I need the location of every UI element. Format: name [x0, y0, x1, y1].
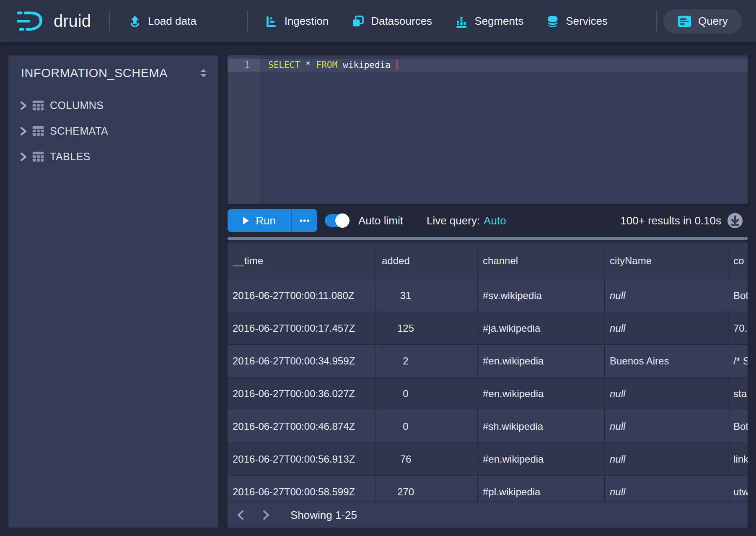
- run-more-button[interactable]: •••: [291, 209, 317, 232]
- table-cell[interactable]: Bot: [728, 410, 748, 442]
- editor-gutter: [228, 55, 260, 204]
- auto-limit-toggle[interactable]: [325, 214, 349, 227]
- column-header-added[interactable]: added: [376, 242, 478, 279]
- table-cell[interactable]: #en.wikipedia: [478, 443, 605, 475]
- table-cell[interactable]: 2016-06-27T00:00:46.874Z: [228, 410, 376, 442]
- sql-keyword: SELECT: [268, 60, 300, 70]
- table-cell[interactable]: null: [605, 312, 728, 344]
- table-cell[interactable]: #sv.wikipedia: [478, 279, 605, 312]
- query-icon: [678, 16, 691, 27]
- table-row: 2016-06-27T00:00:46.874Z0#sh.wikipedianu…: [228, 410, 748, 443]
- sql-star: *: [306, 60, 311, 70]
- nav-item-services[interactable]: Services: [546, 15, 608, 28]
- sql-keyword: FROM: [316, 60, 338, 70]
- double-caret-vertical-icon[interactable]: [200, 68, 207, 78]
- table-cell[interactable]: 2016-06-27T00:00:36.027Z: [228, 377, 376, 410]
- results-horizontal-scrollbar[interactable]: [228, 237, 748, 240]
- table-cell[interactable]: #sh.wikipedia: [478, 410, 605, 442]
- table-cell[interactable]: null: [605, 377, 728, 410]
- table-icon: [32, 151, 44, 162]
- ingestion-icon: [265, 15, 278, 28]
- nav-item-ingestion[interactable]: Ingestion: [265, 15, 329, 28]
- table-cell[interactable]: Bot: [728, 279, 748, 312]
- table-cell[interactable]: 2: [376, 345, 478, 377]
- nav-item-load-data[interactable]: Load data: [129, 15, 197, 28]
- nav-item-label: Query: [698, 15, 728, 28]
- nav-divider: [109, 10, 110, 33]
- column-header-comment[interactable]: co: [728, 242, 748, 279]
- table-row: 2016-06-27T00:00:17.457Z125#ja.wikipedia…: [228, 312, 748, 345]
- table-cell[interactable]: #en.wikipedia: [478, 377, 605, 410]
- table-cell[interactable]: 0: [376, 410, 478, 442]
- results-header-row: __time added channel cityName co: [228, 242, 748, 279]
- chevron-right-icon[interactable]: [19, 152, 27, 161]
- table-cell[interactable]: 125: [376, 312, 478, 344]
- table-cell[interactable]: #en.wikipedia: [478, 345, 605, 377]
- table-row: 2016-06-27T00:00:36.027Z0#en.wikipedianu…: [228, 377, 748, 410]
- table-cell[interactable]: 2016-06-27T00:00:17.457Z: [228, 312, 376, 344]
- results-table: __time added channel cityName co 2016-06…: [228, 242, 748, 528]
- table-cell[interactable]: 2016-06-27T00:00:56.913Z: [228, 443, 376, 475]
- nav-item-segments[interactable]: Segments: [455, 15, 523, 28]
- table-row: 2016-06-27T00:00:56.913Z76#en.wikipedian…: [228, 443, 748, 476]
- previous-page-icon[interactable]: [233, 508, 248, 522]
- tree-item-tables[interactable]: TABLES: [8, 144, 218, 169]
- query-workbench: 1 SELECT*FROMwikipedia Run ••• Auto limi…: [228, 55, 748, 528]
- table-cell[interactable]: #ja.wikipedia: [478, 312, 605, 344]
- tree-item-schemata[interactable]: SCHEMATA: [8, 118, 218, 144]
- next-page-icon[interactable]: [259, 508, 273, 522]
- results-body: 2016-06-27T00:00:11.080Z31#sv.wikipedian…: [228, 279, 748, 508]
- nav-item-label: Datasources: [371, 15, 432, 28]
- schema-tree: COLUMNS SCHEMATA: [8, 93, 218, 169]
- druid-logo[interactable]: druid: [17, 9, 91, 34]
- column-header-cityname[interactable]: cityName: [605, 242, 728, 279]
- table-cell[interactable]: null: [605, 410, 728, 442]
- tree-item-label: TABLES: [50, 151, 91, 163]
- more-icon: •••: [299, 216, 310, 226]
- sql-editor[interactable]: 1 SELECT*FROMwikipedia: [228, 55, 748, 204]
- table-cell[interactable]: 2016-06-27T00:00:34.959Z: [228, 345, 376, 377]
- live-query-label: Live query:: [427, 214, 480, 227]
- results-pagination: Showing 1-25: [228, 502, 748, 528]
- nav-item-label: Services: [566, 15, 608, 28]
- sql-code-line[interactable]: SELECT*FROMwikipedia: [268, 59, 398, 72]
- chevron-right-icon[interactable]: [19, 101, 27, 110]
- table-cell[interactable]: 76: [376, 443, 478, 475]
- play-icon: [243, 217, 249, 224]
- top-nav: druid Load data Ingestion: [0, 0, 756, 42]
- column-header-channel[interactable]: channel: [478, 242, 605, 279]
- services-icon: [546, 15, 559, 28]
- schema-selector-label[interactable]: INFORMATION_SCHEMA: [21, 66, 168, 80]
- table-cell[interactable]: link: [728, 443, 748, 475]
- table-cell[interactable]: Buenos Aires: [605, 345, 728, 377]
- run-split-button: Run •••: [228, 209, 317, 232]
- live-query-value[interactable]: Auto: [484, 214, 506, 227]
- nav-item-datasources[interactable]: Datasources: [352, 15, 432, 28]
- table-cell[interactable]: /* S: [728, 345, 748, 377]
- editor-cursor: [396, 60, 398, 70]
- table-cell[interactable]: null: [605, 279, 728, 312]
- table-cell[interactable]: null: [605, 443, 728, 475]
- segments-icon: [455, 15, 468, 28]
- nav-item-query[interactable]: Query: [663, 9, 742, 34]
- table-cell[interactable]: 31: [376, 279, 478, 312]
- table-cell[interactable]: 0: [376, 377, 478, 410]
- run-button-label: Run: [256, 214, 276, 227]
- showing-label: Showing 1-25: [290, 509, 357, 522]
- druid-logo-icon: [17, 9, 47, 34]
- auto-limit-label[interactable]: Auto limit: [358, 214, 403, 227]
- tree-item-columns[interactable]: COLUMNS: [8, 93, 218, 118]
- table-row: 2016-06-27T00:00:34.959Z2#en.wikipediaBu…: [228, 345, 748, 377]
- table-cell[interactable]: sta: [728, 377, 748, 410]
- tree-item-label: SCHEMATA: [50, 125, 108, 137]
- download-icon[interactable]: [727, 213, 743, 229]
- table-cell[interactable]: 70.: [728, 312, 748, 344]
- column-header-time[interactable]: __time: [228, 242, 376, 279]
- nav-divider: [656, 10, 657, 33]
- table-cell[interactable]: 2016-06-27T00:00:11.080Z: [228, 279, 376, 312]
- chevron-right-icon[interactable]: [19, 127, 27, 136]
- nav-item-label: Segments: [474, 15, 523, 28]
- run-button[interactable]: Run: [228, 209, 291, 232]
- load-data-icon: [129, 15, 141, 28]
- toggle-knob: [335, 213, 350, 228]
